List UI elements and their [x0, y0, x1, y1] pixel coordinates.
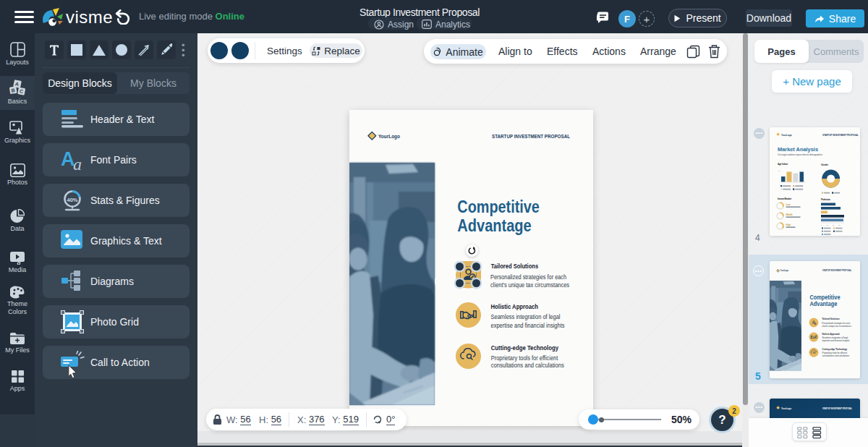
svg-text:40%: 40%: [67, 197, 77, 203]
svg-text:Age Cohort: Age Cohort: [778, 163, 788, 166]
svg-text:Low: Low: [786, 203, 791, 206]
svg-text:Profession: Profession: [821, 198, 830, 201]
svg-text:Market Analysis: Market Analysis: [778, 146, 819, 153]
svg-text:High: High: [786, 224, 791, 226]
svg-text:Gender: Gender: [821, 163, 829, 166]
svg-text:STARTUP INVESTMENT PROPOSAL: STARTUP INVESTMENT PROPOSAL: [822, 407, 852, 410]
svg-text:YourLogo: YourLogo: [781, 407, 791, 410]
svg-text:Middle: Middle: [786, 213, 793, 216]
svg-text:a: a: [73, 155, 82, 171]
svg-text:YourLogo: YourLogo: [781, 134, 792, 137]
svg-text:B: B: [11, 88, 15, 93]
svg-text:Our target audience spans dive: Our target audience spans diverse demogr…: [778, 153, 822, 156]
svg-text:STARTUP INVESTMENT PROPOSAL: STARTUP INVESTMENT PROPOSAL: [822, 134, 859, 137]
svg-text:Income Bracket: Income Bracket: [778, 197, 792, 200]
